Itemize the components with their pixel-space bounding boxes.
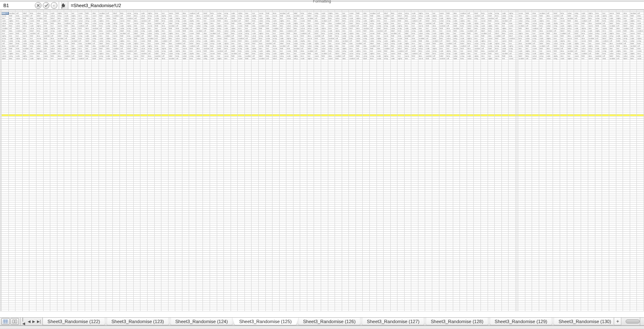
grid-cell[interactable]: [210, 309, 217, 311]
grid-cell[interactable]: random: [637, 30, 644, 32]
grid-cell[interactable]: [453, 309, 460, 311]
tab-nav-first-icon[interactable]: |◀: [22, 317, 26, 326]
grid-cell[interactable]: random: [22, 15, 29, 17]
grid-cell[interactable]: random: [161, 40, 169, 42]
tab-nav-last-icon[interactable]: ▶|: [37, 319, 41, 324]
formula-builder-icon[interactable]: =: [51, 2, 57, 9]
grid-cell[interactable]: random: [384, 47, 391, 50]
grid-cell[interactable]: [64, 309, 71, 311]
grid-cell[interactable]: [196, 309, 203, 311]
grid-cell[interactable]: [8, 309, 16, 311]
grid-cell[interactable]: random: [189, 12, 196, 15]
grid-cell[interactable]: random: [335, 55, 342, 57]
grid-cell[interactable]: [460, 309, 467, 311]
cancel-icon[interactable]: [35, 2, 42, 9]
grid-cell[interactable]: [630, 309, 637, 311]
horizontal-scrollbar[interactable]: [621, 318, 640, 325]
grid-cell[interactable]: [369, 309, 377, 311]
grid-cell[interactable]: random: [36, 50, 43, 52]
grid-cell[interactable]: random: [203, 47, 210, 50]
grid-cell[interactable]: random: [377, 30, 384, 32]
grid-cell[interactable]: [22, 309, 29, 311]
grid-cell[interactable]: random: [474, 15, 481, 17]
grid-cell[interactable]: [495, 309, 502, 311]
grid-cell[interactable]: random: [168, 25, 175, 27]
grid-cell[interactable]: [293, 309, 300, 311]
grid-cell[interactable]: random: [16, 30, 23, 32]
page-layout-view-icon[interactable]: [10, 318, 19, 325]
grid-cell[interactable]: [446, 309, 453, 311]
grid-cell[interactable]: random: [2, 27, 9, 30]
grid-cell[interactable]: random: [404, 35, 411, 37]
grid-cell[interactable]: random: [133, 35, 140, 37]
grid-cell[interactable]: random: [314, 35, 321, 37]
grid-cell[interactable]: random: [300, 32, 307, 35]
grid-cell[interactable]: random: [342, 40, 349, 42]
grid-cell[interactable]: random: [495, 35, 502, 37]
sheet-tab[interactable]: Sheet3_Randomise (127): [362, 318, 424, 325]
grid-cell[interactable]: random: [286, 30, 293, 32]
grid-cell[interactable]: [390, 309, 397, 311]
grid-cell[interactable]: [2, 309, 9, 311]
grid-cell[interactable]: [127, 309, 134, 311]
grid-cell[interactable]: random: [595, 22, 602, 25]
grid-cell[interactable]: random: [99, 45, 106, 47]
grid-cell[interactable]: random: [113, 15, 120, 17]
grid-cell[interactable]: [29, 309, 36, 311]
accept-icon[interactable]: [43, 2, 49, 9]
grid-cell[interactable]: random: [244, 22, 252, 25]
grid-cell[interactable]: [265, 309, 273, 311]
grid-cell[interactable]: random: [553, 15, 560, 17]
grid-cell[interactable]: random: [356, 42, 363, 45]
sheet-tab[interactable]: Sheet3_Randomise (122): [43, 318, 104, 325]
grid-cell[interactable]: [397, 309, 405, 311]
grid-cell[interactable]: [532, 309, 539, 311]
grid-cell[interactable]: random: [630, 12, 637, 15]
grid-cell[interactable]: [36, 309, 43, 311]
grid-cell[interactable]: [99, 309, 106, 311]
grid-cell[interactable]: [168, 309, 175, 311]
normal-view-icon[interactable]: [1, 318, 10, 325]
grid-cell[interactable]: random: [525, 42, 532, 45]
grid-cell[interactable]: random: [168, 57, 175, 60]
grid-cell[interactable]: random: [439, 25, 446, 27]
grid-cell[interactable]: random: [509, 37, 516, 40]
grid-cell[interactable]: random: [363, 27, 370, 30]
grid-cell[interactable]: [404, 309, 411, 311]
grid-cell[interactable]: random: [609, 25, 616, 27]
grid-cell[interactable]: random: [425, 55, 432, 57]
grid-cell[interactable]: random: [425, 22, 432, 25]
grid-cell[interactable]: random: [50, 20, 57, 22]
grid-cell[interactable]: random: [231, 20, 238, 22]
grid-cell[interactable]: [377, 309, 384, 311]
grid-cell[interactable]: random: [595, 55, 602, 57]
grid-cell[interactable]: random: [539, 12, 546, 15]
grid-cell[interactable]: [279, 309, 286, 311]
grid-cell[interactable]: random: [154, 22, 161, 25]
grid-cell[interactable]: random: [119, 32, 127, 35]
grid-cell[interactable]: [595, 309, 602, 311]
grid-cell[interactable]: [384, 309, 391, 311]
grid-cell[interactable]: random: [539, 45, 546, 47]
grid-cell[interactable]: random: [460, 12, 467, 15]
sheet-tab[interactable]: Sheet3_Randomise (125): [234, 318, 296, 325]
grid-cell[interactable]: [488, 309, 495, 311]
grid-cell[interactable]: [106, 309, 113, 311]
grid-cell[interactable]: random: [581, 52, 588, 55]
grid-cell[interactable]: [480, 309, 488, 311]
sheet-tab[interactable]: Sheet3_Randomise (123): [107, 318, 169, 325]
grid-cell[interactable]: random: [588, 37, 595, 40]
grid-cell[interactable]: random: [609, 57, 616, 60]
grid-cell[interactable]: random: [140, 20, 148, 22]
grid-cell[interactable]: random: [411, 52, 418, 55]
grid-cell[interactable]: [574, 309, 581, 311]
grid-cell[interactable]: [335, 309, 342, 311]
tab-nav-prev-icon[interactable]: ◀: [28, 319, 31, 324]
grid-cell[interactable]: random: [501, 20, 509, 22]
grid-cell[interactable]: random: [196, 30, 203, 32]
grid-cell[interactable]: [411, 309, 418, 311]
hscroll-thumb[interactable]: [626, 319, 640, 324]
grid-cell[interactable]: random: [474, 47, 481, 50]
grid-cell[interactable]: [342, 309, 349, 311]
grid-cell[interactable]: random: [567, 50, 574, 52]
